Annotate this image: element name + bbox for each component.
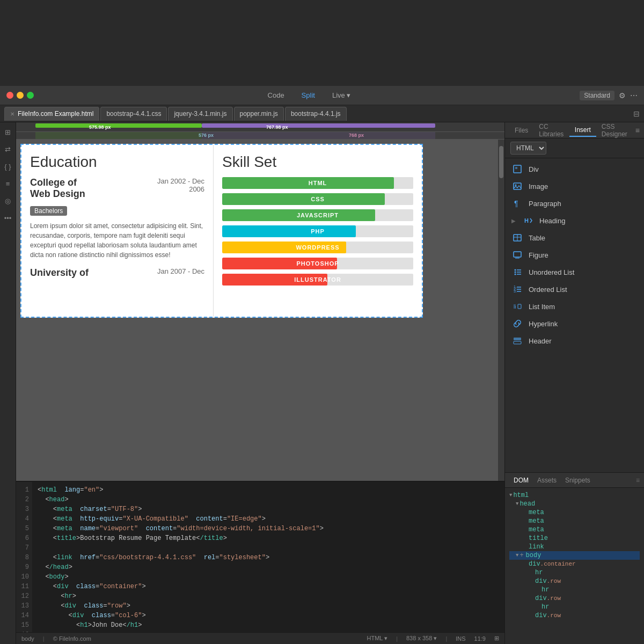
college-name: College ofWeb Design: [30, 177, 153, 200]
tab-fileinfo[interactable]: ✕ FileInfo.com Example.html: [4, 107, 99, 121]
split-nav-btn[interactable]: Split: [298, 90, 318, 100]
insert-item-list-item[interactable]: li List Item: [505, 298, 644, 315]
skill-bar-php: PHP: [222, 225, 413, 237]
code-line-5[interactable]: <meta http-equiv="X-UA-Compatible" conte…: [38, 514, 499, 524]
code-content[interactable]: <html lang="en"> <head> <meta charset="U…: [32, 482, 504, 632]
sidebar-icon-more[interactable]: •••: [2, 211, 14, 224]
dom-class-name: .row: [547, 578, 561, 584]
svg-rect-3: [515, 167, 517, 169]
dom-class-name: .row: [547, 595, 561, 602]
code-line-8[interactable]: [38, 543, 499, 553]
tab-popper[interactable]: popper.min.js: [234, 107, 284, 121]
code-line-7[interactable]: <title>Bootstrap Resume Page Template</t…: [38, 533, 499, 543]
code-line-3[interactable]: <head>: [38, 495, 499, 504]
code-line-12[interactable]: <div class="container">: [38, 582, 499, 591]
live-nav-btn[interactable]: Live ▾: [329, 90, 354, 100]
insert-item-div[interactable]: Div: [505, 160, 644, 178]
standard-btn[interactable]: Standard: [580, 91, 614, 100]
ruler-label-768: 768 px: [349, 133, 364, 138]
dom-add-icon[interactable]: +: [519, 552, 523, 559]
tab-jquery[interactable]: jquery-3.4.1.min.js: [168, 107, 232, 121]
tab-bootstrap-js[interactable]: bootstrap-4.4.1.js: [285, 107, 347, 121]
dom-collapse-icon[interactable]: ▼: [516, 501, 518, 507]
dom-collapse-icon[interactable]: ▼: [516, 553, 518, 558]
sidebar-icon-sync[interactable]: ⇄: [2, 143, 14, 156]
table-icon: [511, 232, 523, 244]
dom-tab-snippets[interactable]: Snippets: [561, 475, 595, 486]
dom-row-head[interactable]: ▼head: [509, 500, 640, 508]
paragraph-icon: ¶: [511, 197, 523, 209]
dom-row-meta[interactable]: meta: [509, 508, 640, 517]
dom-row-title[interactable]: title: [509, 534, 640, 543]
insert-item-image[interactable]: Image: [505, 178, 644, 195]
code-line-9[interactable]: <link href="css/bootstrap-4.4.1.css" rel…: [38, 553, 499, 562]
insert-label: Heading: [539, 217, 565, 225]
dom-tab-dom[interactable]: DOM: [509, 475, 533, 486]
viewport[interactable]: Education College ofWeb Design Jan 2002 …: [16, 140, 504, 481]
live-dropdown-icon[interactable]: ▾: [347, 91, 350, 99]
code-line-14[interactable]: <div class="row">: [38, 601, 499, 611]
insert-item-header[interactable]: Header: [505, 332, 644, 349]
insert-item-figure[interactable]: Figure: [505, 246, 644, 264]
dom-row-div[interactable]: div .row: [509, 577, 640, 586]
dom-row-link[interactable]: link: [509, 543, 640, 551]
dom-row-hr[interactable]: hr: [509, 586, 640, 594]
gear-icon[interactable]: ⚙: [619, 91, 626, 100]
tab-close-icon[interactable]: ✕: [10, 111, 14, 117]
code-line-16[interactable]: <h1>John Doe</h1>: [38, 620, 499, 630]
code-line-6[interactable]: <meta name="viewport" content="width=dev…: [38, 524, 499, 533]
close-button[interactable]: [6, 92, 13, 99]
dom-row-hr[interactable]: hr: [509, 568, 640, 577]
dom-row-html[interactable]: ▼html: [509, 491, 640, 500]
html-select[interactable]: HTML: [510, 142, 546, 155]
more-icon[interactable]: ⋯: [630, 91, 638, 100]
v-scrollbar[interactable]: [498, 140, 504, 481]
insert-item-paragraph[interactable]: ¶ Paragraph: [505, 195, 644, 212]
insert-item-table[interactable]: Table: [505, 229, 644, 246]
dom-row-div[interactable]: div .row: [509, 594, 640, 603]
skill-bars: HTML CSS JAVASCRIPT PHP WORDPRESS P: [222, 177, 413, 286]
code-line-15[interactable]: <div class="col-6">: [38, 611, 499, 620]
panel-menu-icon[interactable]: ≡: [635, 126, 640, 135]
sidebar-icon-files[interactable]: ⊞: [2, 126, 14, 138]
panel-tab-insert[interactable]: Insert: [569, 124, 596, 137]
skill-bar-photoshop: PHOTOSHOP: [222, 258, 413, 269]
dom-row-hr[interactable]: hr: [509, 603, 640, 611]
code-line-13[interactable]: <hr>: [38, 591, 499, 601]
dom-menu-icon[interactable]: ≡: [636, 477, 640, 484]
v-scrollbar-thumb[interactable]: [499, 146, 503, 178]
code-line-4[interactable]: <meta charset="UTF-8">: [38, 504, 499, 514]
status-preview-icon[interactable]: ⊞: [494, 635, 499, 642]
dom-row-meta[interactable]: meta: [509, 517, 640, 525]
sidebar-icon-code[interactable]: { }: [2, 160, 14, 173]
sidebar-icon-components[interactable]: ◎: [2, 194, 14, 207]
insert-item-ordered-list[interactable]: 1.2.3. Ordered List: [505, 281, 644, 298]
dom-row-meta[interactable]: meta: [509, 525, 640, 534]
dom-row-body[interactable]: ▼+body: [509, 551, 640, 560]
status-language: HTML ▾: [367, 635, 388, 642]
panel-tab-files[interactable]: Files: [509, 125, 533, 136]
sidebar-icon-layers[interactable]: ≡: [2, 177, 14, 190]
insert-item-unordered-list[interactable]: Unordered List: [505, 264, 644, 281]
hyperlink-icon: [511, 318, 523, 330]
dom-collapse-icon[interactable]: ▼: [509, 493, 512, 498]
code-line-2[interactable]: <html lang="en">: [38, 485, 499, 495]
insert-item-hyperlink[interactable]: Hyperlink: [505, 315, 644, 332]
dom-row-div[interactable]: div .container: [509, 560, 640, 568]
tab-bootstrap-css[interactable]: bootstrap-4.4.1.css: [100, 107, 167, 121]
panel-tab-cc[interactable]: CC Libraries: [533, 122, 569, 140]
insert-item-heading[interactable]: ▶ H Heading: [505, 212, 644, 229]
minimize-button[interactable]: [17, 92, 24, 99]
insert-label: Hyperlink: [529, 320, 558, 328]
skill-bar-css: CSS: [222, 193, 413, 205]
dom-tag-name: hr: [541, 586, 549, 594]
dom-tab-assets[interactable]: Assets: [533, 475, 561, 486]
code-line-11[interactable]: <body>: [38, 572, 499, 582]
dom-row-div[interactable]: div .row: [509, 611, 640, 620]
code-nav-btn[interactable]: Code: [265, 90, 288, 100]
traffic-lights: [6, 92, 34, 99]
maximize-button[interactable]: [27, 92, 34, 99]
tab-filter-icon[interactable]: ⊟: [633, 109, 640, 118]
code-line-10[interactable]: </head>: [38, 562, 499, 572]
panel-tab-css[interactable]: CSS Designer: [596, 122, 635, 140]
